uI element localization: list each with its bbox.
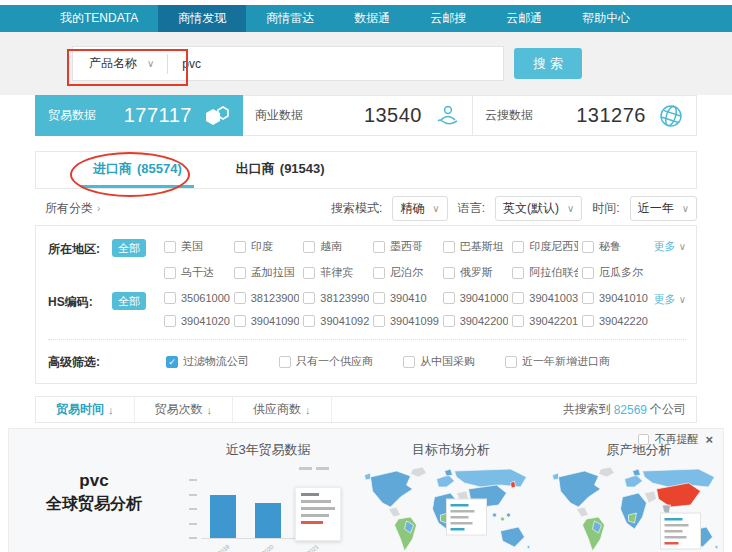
hs-option[interactable]: 390410: [373, 292, 439, 304]
checkbox-icon[interactable]: [279, 356, 291, 368]
search-category-select[interactable]: 产品名称 ∨: [73, 47, 167, 80]
checkbox-icon[interactable]: [512, 292, 524, 304]
hs-option[interactable]: 39041010: [582, 292, 648, 304]
advanced-option-buy-from-china[interactable]: 从中国采购: [403, 354, 475, 369]
checkbox-icon[interactable]: [512, 241, 524, 253]
region-option[interactable]: 俄罗斯: [443, 265, 509, 280]
checkbox-icon[interactable]: [234, 292, 246, 304]
region-option[interactable]: 秘鲁: [582, 239, 648, 254]
chevron-down-icon: ∨: [682, 203, 689, 214]
checkbox-icon[interactable]: [582, 315, 594, 327]
hs-option[interactable]: 39041099: [373, 315, 439, 327]
checkbox-icon[interactable]: [582, 292, 594, 304]
advanced-option-filter-logistics[interactable]: ✓ 过滤物流公司: [166, 354, 249, 369]
dismiss-checkbox[interactable]: [638, 434, 649, 445]
region-option[interactable]: 印度: [234, 239, 300, 254]
hs-option[interactable]: 35061000: [164, 292, 230, 304]
hs-option[interactable]: 39041090: [234, 315, 300, 327]
checkbox-icon[interactable]: [164, 241, 176, 253]
nav-item-help-center[interactable]: 帮助中心: [562, 5, 650, 32]
hs-option[interactable]: 39041000: [443, 292, 509, 304]
sort-by-trade-count[interactable]: 贸易次数 ↓: [135, 397, 234, 422]
search-input[interactable]: [168, 47, 503, 80]
search-button[interactable]: 搜 索: [514, 48, 582, 79]
checkbox-icon[interactable]: [582, 267, 594, 279]
region-more-link[interactable]: 更多 ∨: [654, 239, 686, 254]
all-categories-label: 所有分类: [45, 200, 93, 217]
hs-option[interactable]: 39041092: [303, 315, 369, 327]
hs-option[interactable]: 39041003: [512, 292, 578, 304]
stat-trade-data[interactable]: 贸易数据 177117: [35, 95, 243, 136]
checkbox-icon[interactable]: [234, 315, 246, 327]
advanced-option-single-supplier[interactable]: 只有一个供应商: [279, 354, 373, 369]
region-option[interactable]: 厄瓜多尔: [582, 265, 648, 280]
hs-option[interactable]: 38123900: [234, 292, 300, 304]
result-count: 共搜索到 82569 个公司: [563, 397, 696, 422]
region-option[interactable]: 阿拉伯联合...: [512, 265, 578, 280]
checkbox-icon[interactable]: [234, 241, 246, 253]
checkbox-icon[interactable]: [443, 315, 455, 327]
region-option[interactable]: 美国: [164, 239, 230, 254]
hs-option[interactable]: 39042200: [443, 315, 509, 327]
nav-item-cloud-mail-search[interactable]: 云邮搜: [410, 5, 486, 32]
language-select[interactable]: 英文(默认) ∨: [495, 196, 582, 221]
advanced-option-label: 从中国采购: [420, 354, 475, 369]
checkbox-icon[interactable]: [512, 315, 524, 327]
checkbox-icon[interactable]: [164, 292, 176, 304]
hs-all-button[interactable]: 全部: [112, 292, 146, 310]
advanced-option-new-importers[interactable]: 近一年新增进口商: [505, 354, 610, 369]
checkbox-icon[interactable]: [234, 267, 246, 279]
nav-item-business-discovery[interactable]: 商情发现: [158, 5, 246, 32]
checkbox-icon[interactable]: [373, 292, 385, 304]
region-option[interactable]: 越南: [303, 239, 369, 254]
checkbox-icon[interactable]: [373, 267, 385, 279]
checkbox-icon[interactable]: [443, 267, 455, 279]
checkbox-icon[interactable]: [303, 315, 315, 327]
region-option[interactable]: 墨西哥: [373, 239, 439, 254]
hs-option[interactable]: 39042201: [512, 315, 578, 327]
tab-exporters[interactable]: 出口商 (91543): [224, 152, 337, 188]
checkbox-icon[interactable]: [512, 267, 524, 279]
all-categories-link[interactable]: 所有分类 ›: [35, 200, 100, 217]
checkbox-icon[interactable]: [443, 241, 455, 253]
sort-bar: 贸易时间 ↓ 贸易次数 ↓ 供应商数 ↓ 共搜索到 82569 个公司: [35, 396, 697, 423]
checkbox-icon[interactable]: [505, 356, 517, 368]
close-icon[interactable]: ×: [703, 432, 715, 447]
checkbox-icon[interactable]: [303, 241, 315, 253]
search-mode-select[interactable]: 精确 ∨: [392, 196, 447, 221]
checkbox-checked-icon[interactable]: ✓: [166, 356, 178, 368]
tab-importers[interactable]: 进口商 (85574): [81, 152, 194, 188]
region-option[interactable]: 乌干达: [164, 265, 230, 280]
region-option[interactable]: 印度尼西亚: [512, 239, 578, 254]
checkbox-icon[interactable]: [164, 267, 176, 279]
time-select[interactable]: 近一年 ∨: [630, 196, 697, 221]
hs-option[interactable]: 38123990: [303, 292, 369, 304]
hs-option[interactable]: 39041020: [164, 315, 230, 327]
checkbox-icon[interactable]: [403, 356, 415, 368]
checkbox-icon[interactable]: [443, 292, 455, 304]
sort-by-trade-time[interactable]: 贸易时间 ↓: [36, 397, 135, 422]
region-option-label: 墨西哥: [390, 239, 423, 254]
bar-year1: [210, 495, 236, 538]
nav-item-data-link[interactable]: 数据通: [334, 5, 410, 32]
stat-business-data[interactable]: 商业数据 13540: [243, 95, 473, 136]
checkbox-icon[interactable]: [373, 315, 385, 327]
checkbox-icon[interactable]: [303, 267, 315, 279]
nav-item-cloud-mail[interactable]: 云邮通: [486, 5, 562, 32]
stat-cloud-search-data[interactable]: 云搜数据 131276: [473, 95, 697, 136]
sort-by-supplier-count[interactable]: 供应商数 ↓: [233, 397, 332, 422]
region-option[interactable]: 尼泊尔: [373, 265, 439, 280]
checkbox-icon[interactable]: [373, 241, 385, 253]
nav-item-business-radar[interactable]: 商情雷达: [246, 5, 334, 32]
hs-more-link[interactable]: 更多 ∨: [654, 292, 686, 307]
hs-option[interactable]: 39042220: [582, 315, 648, 327]
region-option[interactable]: 巴基斯坦: [443, 239, 509, 254]
checkbox-icon[interactable]: [164, 315, 176, 327]
checkbox-icon[interactable]: [582, 241, 594, 253]
region-option[interactable]: 菲律宾: [303, 265, 369, 280]
checkbox-icon[interactable]: [303, 292, 315, 304]
region-option[interactable]: 孟加拉国: [234, 265, 300, 280]
region-all-button[interactable]: 全部: [112, 239, 146, 257]
nav-item-my-tendata[interactable]: 我的TENDATA: [40, 5, 158, 32]
analysis-title: pvc 全球贸易分析: [9, 471, 179, 552]
